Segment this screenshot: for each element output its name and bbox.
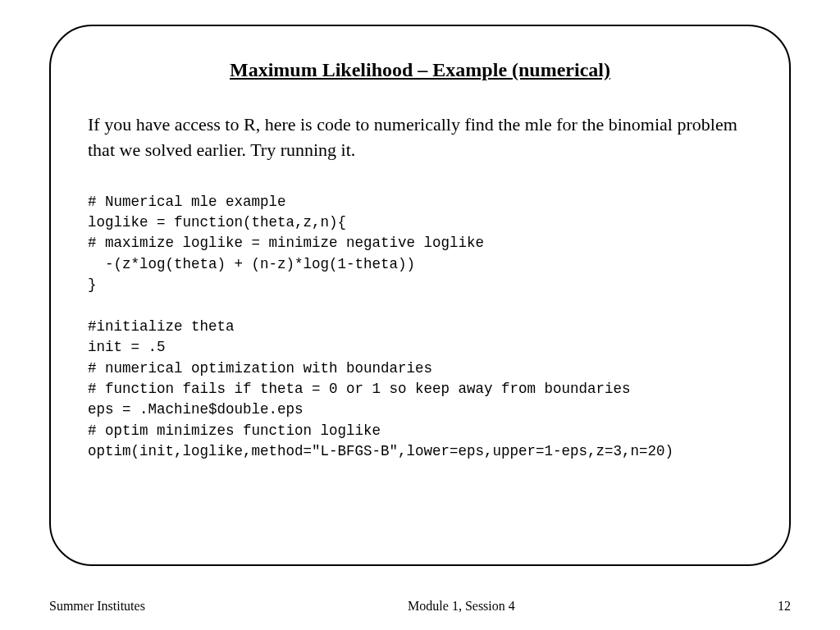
intro-paragraph: If you have access to R, here is code to…: [88, 112, 752, 163]
code-block: # Numerical mle example loglike = functi…: [88, 192, 752, 463]
page-number: 12: [778, 599, 791, 614]
footer-center: Module 1, Session 4: [145, 599, 778, 614]
footer-left: Summer Institutes: [49, 599, 145, 614]
slide-page: Maximum Likelihood – Example (numerical)…: [0, 0, 840, 630]
footer: Summer Institutes Module 1, Session 4 12: [49, 599, 791, 614]
slide-frame: Maximum Likelihood – Example (numerical)…: [49, 25, 791, 566]
slide-title: Maximum Likelihood – Example (numerical): [88, 59, 752, 81]
